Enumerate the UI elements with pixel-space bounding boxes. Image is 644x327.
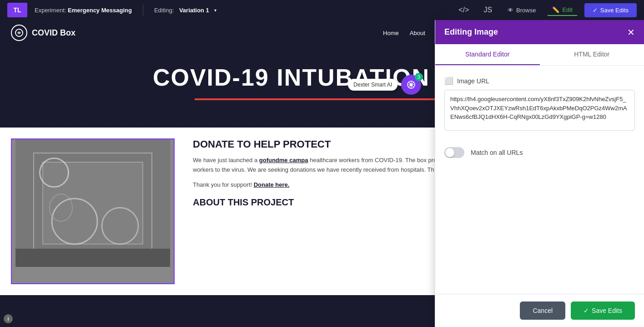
chevron-down-icon: ▾ <box>214 8 216 13</box>
gofundme-link[interactable]: gofundme campa <box>259 157 308 164</box>
js-button[interactable]: JS <box>480 4 496 16</box>
panel-close-button[interactable]: ✕ <box>627 28 635 37</box>
toolbar-logo: TL <box>7 3 27 17</box>
browse-button[interactable]: 👁 Browse <box>503 5 540 15</box>
ai-label: Dexter Smart AI <box>348 79 397 91</box>
donate-here-link[interactable]: Donate here. <box>254 181 290 188</box>
info-icon[interactable]: i <box>4 314 13 323</box>
pencil-icon: ✏️ <box>552 6 559 13</box>
panel-header: Editing Image ✕ <box>435 20 644 44</box>
save-edits-button-panel[interactable]: ✓ Save Edits <box>571 301 635 320</box>
image-url-input[interactable]: https://lh4.googleusercontent.com/yX8nf3… <box>444 90 635 131</box>
ai-assistant-area: Dexter Smart AI 3 <box>348 75 421 95</box>
panel-tabs: Standard Editor HTML Editor <box>435 44 644 66</box>
tab-html-editor[interactable]: HTML Editor <box>540 44 644 65</box>
eye-icon: 👁 <box>508 7 513 14</box>
svg-point-2 <box>410 83 413 86</box>
site-logo-name: COVID Box <box>32 28 75 38</box>
hero-underline <box>195 98 449 100</box>
check-icon-panel: ✓ <box>584 307 589 314</box>
main-area: COVID Box Home About Request a box Make … <box>0 20 644 327</box>
edit-button[interactable]: ✏️ Edit <box>548 5 577 16</box>
image-placeholder <box>12 139 174 267</box>
panel-body: ⬜ Image URL https://lh4.googleuserconten… <box>435 66 644 294</box>
content-image[interactable] <box>11 138 175 284</box>
toolbar: TL Experiment: Emergency Messaging Editi… <box>0 0 644 20</box>
panel-footer: Cancel ✓ Save Edits <box>435 294 644 327</box>
match-urls-label: Match on all URLs <box>471 149 523 156</box>
image-icon: ⬜ <box>444 77 453 85</box>
tab-standard-editor[interactable]: Standard Editor <box>435 44 540 65</box>
svg-rect-5 <box>43 162 143 244</box>
toolbar-divider <box>143 5 143 15</box>
panel-title: Editing Image <box>444 27 498 37</box>
nav-about[interactable]: About <box>410 30 425 36</box>
toggle-row: Match on all URLs <box>444 147 635 158</box>
experiment-label: Experiment: Emergency Messaging <box>35 7 132 14</box>
image-url-label: ⬜ Image URL <box>444 77 635 85</box>
svg-rect-9 <box>15 249 170 267</box>
cancel-button[interactable]: Cancel <box>520 301 565 320</box>
edit-panel: Editing Image ✕ Standard Editor HTML Edi… <box>435 20 644 327</box>
check-icon: ✓ <box>593 7 598 14</box>
toggle-thumb <box>445 148 454 157</box>
code-view-button[interactable]: </> <box>455 4 473 16</box>
site-logo-icon <box>11 25 27 41</box>
nav-home[interactable]: Home <box>383 30 399 36</box>
site-logo-area: COVID Box <box>11 25 75 41</box>
variation-selector[interactable]: Editing: Variation 1 ▾ <box>154 7 216 14</box>
ai-icon-button[interactable]: 3 <box>401 75 421 95</box>
ai-badge: 3 <box>415 73 423 81</box>
save-edits-button-top[interactable]: ✓ Save Edits <box>584 3 637 17</box>
match-urls-toggle[interactable] <box>444 147 464 158</box>
